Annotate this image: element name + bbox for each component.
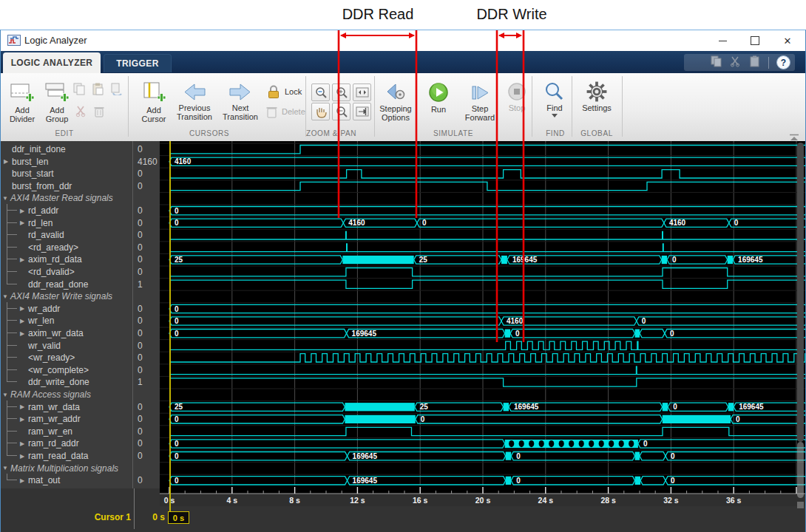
collapse-icon[interactable]: ▼ — [2, 392, 8, 398]
signal-row[interactable]: ▶ram_wr_data0 — [1, 400, 160, 413]
waveform-canvas[interactable]: 4160004160041600252516964501696450041600… — [160, 141, 805, 485]
help-button[interactable]: ? — [776, 55, 790, 69]
signal-row[interactable]: ▶rd_len0 — [1, 216, 160, 229]
signal-row[interactable]: <wr_ready>0 — [1, 351, 160, 364]
tree-line — [7, 247, 17, 248]
signal-row[interactable]: wr_valid0 — [1, 339, 160, 352]
add-group-button[interactable]: Add Group — [41, 81, 73, 123]
pan-button[interactable] — [311, 103, 330, 120]
stepping-options-button[interactable]: Stepping Options — [376, 82, 415, 122]
run-button[interactable]: Run — [424, 81, 453, 114]
close-button[interactable]: ✕ — [771, 30, 804, 51]
previous-transition-button[interactable]: Previous Transition — [172, 82, 217, 121]
signal-group-row[interactable]: ▼AXI4 Master Write signals — [1, 290, 160, 302]
svg-text:4160: 4160 — [175, 157, 192, 166]
signal-row[interactable]: ddr_write_done1 — [1, 375, 160, 388]
zoom-in-button[interactable] — [332, 83, 350, 101]
find-button[interactable]: Find — [539, 81, 570, 117]
signal-row[interactable]: ▶ram_read_data0 — [1, 449, 160, 462]
signal-row[interactable]: ▶burst_len4160 — [1, 155, 160, 168]
tab-trigger[interactable]: TRIGGER — [104, 54, 172, 72]
delete-button[interactable]: Delete — [265, 105, 305, 118]
duplicate-icon[interactable] — [109, 82, 124, 95]
expand-icon[interactable]: ▶ — [20, 403, 24, 410]
qat-separator — [768, 57, 769, 69]
cursor-time-box[interactable]: 0 s — [168, 511, 189, 524]
expand-icon[interactable]: ▶ — [20, 318, 24, 324]
signal-row[interactable]: ddr_init_done0 — [1, 143, 160, 155]
signal-row[interactable]: <rd_dvalid>0 — [1, 265, 160, 278]
tree-line — [7, 234, 17, 235]
step-forward-button[interactable]: Step Forward — [461, 83, 499, 122]
signal-row[interactable]: ddr_read_done1 — [1, 278, 160, 290]
expand-icon[interactable]: ▶ — [20, 208, 24, 214]
signal-row[interactable]: ▶axim_wr_data0 — [1, 327, 160, 339]
tree-line — [7, 320, 17, 321]
vertical-scrollbar-track[interactable] — [797, 143, 804, 442]
expand-icon[interactable]: ▶ — [20, 305, 24, 312]
signal-row[interactable]: burst_from_ddr0 — [1, 180, 160, 192]
signal-row[interactable]: <wr_complete>0 — [1, 364, 160, 376]
collapse-icon[interactable]: ▼ — [2, 293, 8, 300]
tree-line — [7, 455, 17, 456]
expand-icon[interactable]: ▶ — [20, 256, 24, 263]
collapse-icon[interactable]: ▼ — [2, 195, 8, 202]
signal-row[interactable]: ▶wr_len0 — [1, 314, 160, 327]
svg-text:0: 0 — [673, 403, 677, 411]
signal-name: burst_from_ddr — [12, 181, 72, 191]
qat-cut-icon[interactable] — [730, 55, 742, 70]
tree-line — [7, 357, 17, 358]
cut-icon[interactable] — [73, 104, 88, 117]
expand-icon[interactable]: ▶ — [20, 219, 24, 226]
add-cursor-button[interactable]: Add Cursor — [137, 81, 171, 123]
signal-row[interactable]: ▶ram_wr_addr0 — [1, 412, 160, 425]
stop-button[interactable]: Stop — [504, 81, 530, 112]
expand-icon[interactable]: ▶ — [20, 453, 24, 460]
zoom-in-time-button[interactable] — [311, 83, 330, 101]
signal-name: rd_avalid — [28, 230, 64, 240]
signal-row[interactable]: ▶wr_addr0 — [1, 302, 160, 315]
signal-row[interactable]: <rd_aready>0 — [1, 241, 160, 253]
signal-group-row[interactable]: ▼RAM Access signals — [1, 388, 160, 400]
signal-name: ddr_init_done — [12, 144, 66, 154]
next-transition-button[interactable]: Next Transition — [218, 82, 263, 121]
page: DDR Read DDR Write Logic Analyzer ✕ LOGI… — [0, 0, 806, 532]
vertical-scrollbar-thumb[interactable] — [797, 442, 804, 498]
expand-icon[interactable]: ▶ — [20, 440, 24, 447]
minimize-button[interactable] — [706, 30, 739, 51]
svg-text:4160: 4160 — [669, 219, 686, 227]
signal-row[interactable]: ▶ram_rd_addr0 — [1, 437, 160, 449]
signal-row[interactable]: ▶rd_addr0 — [1, 204, 160, 216]
tab-logic-analyzer[interactable]: LOGIC ANALYZER — [3, 52, 101, 73]
signal-row[interactable]: ▶axim_rd_data0 — [1, 253, 160, 265]
fit-to-view-button[interactable] — [353, 83, 371, 101]
signal-row[interactable]: ▶mat_out0 — [1, 474, 160, 486]
time-cursor-line[interactable] — [169, 141, 171, 513]
signal-group-row[interactable]: ▼Matrix Multiplication signals — [1, 462, 160, 474]
paste-icon[interactable] — [90, 82, 105, 95]
settings-button[interactable]: Settings — [580, 81, 613, 112]
tree-line — [7, 443, 17, 443]
signal-row[interactable]: rd_avalid0 — [1, 228, 160, 241]
maximize-button[interactable] — [739, 30, 771, 51]
expand-icon[interactable]: ▶ — [20, 330, 24, 337]
signal-row[interactable]: burst_start0 — [1, 167, 160, 180]
toolbar-separator — [305, 76, 306, 137]
expand-icon[interactable]: ▶ — [20, 416, 24, 423]
add-divider-button[interactable]: Add Divider — [5, 81, 39, 123]
signal-group-row[interactable]: ▼AXI4 Master Read signals — [1, 191, 160, 204]
zoom-out-button[interactable] — [332, 103, 350, 120]
qat-copy-icon[interactable] — [711, 55, 722, 70]
trash-icon[interactable] — [92, 104, 106, 117]
expand-icon[interactable]: ▶ — [20, 477, 24, 484]
toolbar-separator — [532, 76, 532, 137]
qat-paste-icon[interactable] — [749, 55, 761, 70]
expand-icon[interactable]: ▶ — [4, 158, 8, 165]
zoom-to-cursor-button[interactable] — [353, 103, 371, 120]
collapse-icon[interactable]: ▼ — [2, 465, 8, 471]
lock-button[interactable]: Lock — [265, 84, 302, 99]
copy-icon[interactable] — [72, 82, 87, 95]
signal-row[interactable]: ram_wr_en0 — [1, 425, 160, 437]
signal-value: 0 — [138, 304, 143, 314]
scrollbar-corner — [797, 502, 804, 508]
